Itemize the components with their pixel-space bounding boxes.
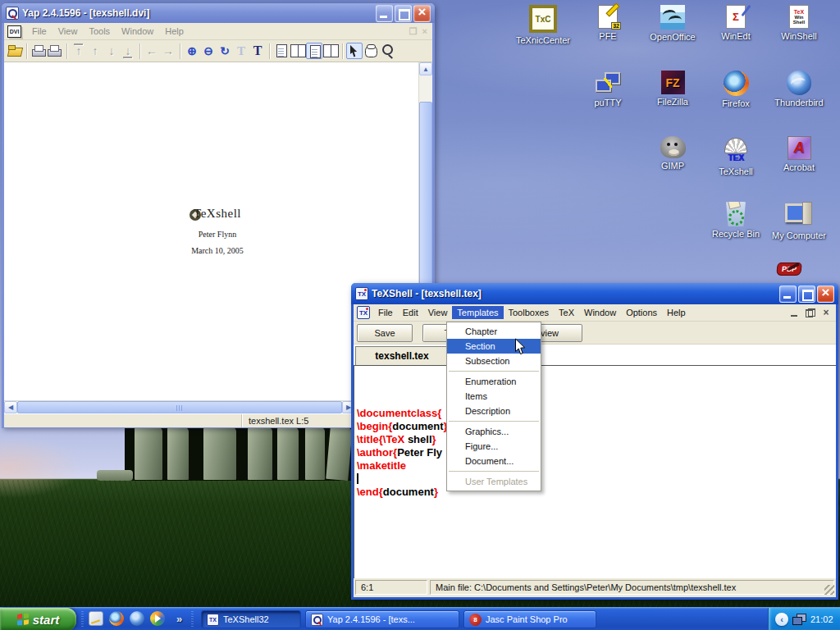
pointer-icon[interactable] [346, 43, 363, 59]
menu-item[interactable]: Enumeration [447, 374, 541, 389]
desktop-icon[interactable]: WinEdt [705, 5, 767, 56]
quick-launch-overflow-icon[interactable]: » [176, 613, 182, 625]
last-page-icon[interactable]: ↓ [120, 43, 136, 59]
thunderbird-small-icon[interactable] [130, 611, 144, 626]
tray-chevron-icon[interactable]: ‹ [775, 613, 788, 626]
next-page-icon[interactable]: ↓ [103, 43, 120, 59]
menu-item[interactable]: Section [447, 339, 541, 354]
close-button[interactable] [817, 285, 834, 303]
close-button[interactable] [413, 5, 431, 22]
mdi-document-icon[interactable]: TX [357, 306, 370, 319]
forward-icon[interactable]: → [160, 43, 176, 59]
desktop-icon[interactable]: Thunderbird [768, 71, 830, 121]
prev-page-icon[interactable]: ↑ [87, 43, 103, 59]
text-icon[interactable]: T [249, 43, 266, 59]
menu-item[interactable]: File [26, 25, 52, 38]
mdi-restore-icon[interactable] [805, 308, 816, 318]
minimize-button[interactable] [779, 285, 797, 303]
task-label: Jasc Paint Shop Pro [486, 614, 568, 624]
show-desktop-icon[interactable] [89, 611, 103, 626]
desktop-icon[interactable]: OpenOffice [641, 5, 704, 56]
scrollbar-thumb[interactable] [419, 102, 432, 289]
menu-item[interactable]: File [373, 306, 398, 319]
scrollbar-thumb[interactable] [17, 401, 342, 413]
taskbar-task-button[interactable]: 8 Jasc Paint Shop Pro [463, 610, 596, 628]
single-page-icon[interactable] [273, 43, 290, 59]
taskbar-task-button[interactable]: TX TeXShell32 [201, 610, 301, 628]
menu-item[interactable]: Subsection [447, 354, 541, 368]
start-button[interactable]: start [0, 608, 76, 630]
media-player-icon[interactable] [150, 611, 165, 626]
desktop-icon[interactable]: My Computer [768, 202, 830, 253]
menu-item[interactable]: Templates [452, 306, 503, 319]
menu-item[interactable]: View [52, 25, 84, 38]
texshell-titlebar[interactable]: TX TeXShell - [texshell.tex] [351, 283, 838, 304]
taskbar-task-button[interactable]: Yap 2.4.1596 - [texs... [305, 610, 459, 628]
maximize-button[interactable] [395, 5, 412, 22]
acrobat-icon [788, 136, 811, 160]
code-editor[interactable]: \documentclass{\begin{document}\title{\T… [354, 365, 836, 578]
text-ghost-icon[interactable]: T [233, 43, 249, 59]
hand-icon[interactable] [363, 43, 379, 59]
yap-app-icon[interactable] [6, 7, 19, 20]
desktop-icon[interactable]: GIMP [641, 136, 704, 187]
paint-shop-pro-icon[interactable]: PSP [771, 262, 807, 284]
mdi-close-icon[interactable]: × [820, 308, 832, 318]
system-tray: ‹ 21:02 [768, 608, 840, 630]
menu-item[interactable]: Toolboxes [504, 306, 555, 319]
tab-texshell-tex[interactable]: texshell.tex [355, 346, 449, 365]
magnifier-icon[interactable] [379, 43, 395, 59]
scroll-up-icon[interactable]: ▲ [419, 62, 432, 75]
menu-item[interactable]: Chapter [447, 324, 541, 339]
menu-item[interactable]: Document... [447, 454, 541, 468]
menu-item[interactable]: Items [447, 389, 541, 404]
desktop-icon[interactable]: Recycle Bin [705, 202, 767, 253]
menu-item[interactable]: Graphics... [447, 424, 541, 439]
menu-item[interactable]: Window [116, 25, 159, 38]
desktop-icon[interactable]: Firefox [705, 71, 767, 121]
menu-item[interactable]: Options [621, 306, 662, 319]
desktop-icon[interactable]: TeXnicCenter [512, 5, 574, 56]
mdi-restore-icon[interactable]: ❐ [409, 26, 418, 37]
yap-titlebar[interactable]: Yap 2.4.1596 - [texshell.dvi] [2, 3, 435, 23]
scroll-left-icon[interactable]: ◀ [4, 401, 17, 413]
maximize-button[interactable] [798, 285, 815, 303]
desktop-icon[interactable]: puTTY [577, 71, 639, 121]
menu-item[interactable]: View [423, 306, 453, 319]
save-button[interactable]: Save [357, 324, 413, 342]
zoom-in-icon[interactable]: ⊕ [184, 43, 200, 59]
menu-item[interactable]: Help [662, 306, 691, 319]
texshell-icon [722, 136, 750, 164]
network-status-icon[interactable] [792, 614, 806, 625]
print-icon[interactable] [30, 43, 47, 59]
menu-item[interactable]: User Templates [447, 474, 541, 489]
two-page-icon[interactable] [290, 43, 306, 59]
menu-item[interactable]: Tools [83, 25, 116, 38]
minimize-button[interactable] [376, 5, 393, 22]
page-setup-icon[interactable] [47, 43, 63, 59]
refresh-icon[interactable]: ↻ [217, 43, 233, 59]
menu-item[interactable]: Figure... [447, 439, 541, 454]
desktop-icon[interactable]: FileZilla [641, 71, 704, 121]
framed-two-page-icon[interactable] [322, 43, 339, 59]
desktop-icon[interactable]: WinShell [768, 5, 830, 56]
framed-page-icon[interactable] [306, 43, 322, 59]
back-icon[interactable]: ← [144, 43, 160, 59]
first-page-icon[interactable]: ↑ [71, 43, 87, 59]
firefox-small-icon[interactable] [109, 611, 124, 626]
mdi-minimize-icon[interactable] [789, 308, 801, 318]
texshell-app-icon[interactable]: TX [355, 287, 368, 300]
menu-item[interactable]: Edit [398, 306, 423, 319]
desktop-icon[interactable]: PFE [577, 5, 639, 56]
menu-item[interactable]: TeX [554, 306, 579, 319]
open-folder-icon[interactable] [7, 43, 23, 59]
menu-item[interactable]: Window [579, 306, 621, 319]
desktop-icon[interactable]: TeXshell [705, 136, 767, 187]
mdi-close-icon[interactable]: × [422, 26, 427, 37]
zoom-out-icon[interactable]: ⊖ [200, 43, 217, 59]
menu-item[interactable]: Help [159, 25, 189, 38]
menu-item[interactable]: Description [447, 404, 541, 418]
desktop-icon[interactable]: Acrobat [768, 136, 830, 187]
resize-grip[interactable] [824, 585, 834, 595]
dvi-document-icon[interactable]: DVI [7, 25, 21, 38]
